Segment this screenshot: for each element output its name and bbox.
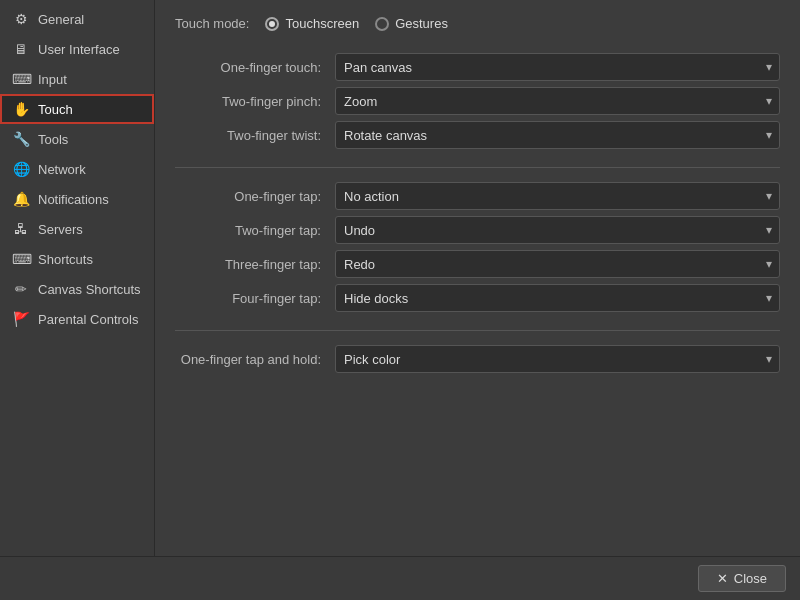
sidebar-item-label: General xyxy=(38,12,84,27)
touchscreen-radio-option[interactable]: Touchscreen xyxy=(265,16,359,31)
one-finger-hold-row: One-finger tap and hold: Pick color xyxy=(175,345,780,373)
gestures-radio-button[interactable] xyxy=(375,17,389,31)
main-layout: ⚙ General 🖥 User Interface ⌨ Input ✋ Tou… xyxy=(0,0,800,556)
sidebar-item-general[interactable]: ⚙ General xyxy=(0,4,154,34)
user-interface-icon: 🖥 xyxy=(12,41,30,57)
notifications-icon: 🔔 xyxy=(12,191,30,207)
sidebar-item-label: Parental Controls xyxy=(38,312,138,327)
one-finger-touch-label: One-finger touch: xyxy=(175,60,335,75)
sidebar-item-canvas-shortcuts[interactable]: ✏ Canvas Shortcuts xyxy=(0,274,154,304)
sidebar-item-label: Canvas Shortcuts xyxy=(38,282,141,297)
touch-icon: ✋ xyxy=(12,101,30,117)
four-finger-tap-select-wrapper: Hide docks xyxy=(335,284,780,312)
sidebar-item-label: Servers xyxy=(38,222,83,237)
divider-1 xyxy=(175,167,780,168)
three-finger-tap-label: Three-finger tap: xyxy=(175,257,335,272)
footer: ✕ Close xyxy=(0,556,800,600)
two-finger-twist-label: Two-finger twist: xyxy=(175,128,335,143)
canvas-shortcuts-icon: ✏ xyxy=(12,281,30,297)
sidebar-item-label: Notifications xyxy=(38,192,109,207)
two-finger-twist-select-wrapper: Rotate canvas xyxy=(335,121,780,149)
sidebar-item-label: User Interface xyxy=(38,42,120,57)
gestures-label: Gestures xyxy=(395,16,448,31)
settings-group-1: One-finger touch: Pan canvas Two-finger … xyxy=(175,53,780,149)
two-finger-twist-select[interactable]: Rotate canvas xyxy=(335,121,780,149)
touch-mode-row: Touch mode: Touchscreen Gestures xyxy=(175,16,780,31)
sidebar-item-touch[interactable]: ✋ Touch xyxy=(0,94,154,124)
one-finger-touch-select[interactable]: Pan canvas xyxy=(335,53,780,81)
four-finger-tap-row: Four-finger tap: Hide docks xyxy=(175,284,780,312)
one-finger-hold-select-wrapper: Pick color xyxy=(335,345,780,373)
sidebar: ⚙ General 🖥 User Interface ⌨ Input ✋ Tou… xyxy=(0,0,155,556)
one-finger-tap-select-wrapper: No action xyxy=(335,182,780,210)
two-finger-tap-select-wrapper: Undo xyxy=(335,216,780,244)
one-finger-tap-select[interactable]: No action xyxy=(335,182,780,210)
network-icon: 🌐 xyxy=(12,161,30,177)
two-finger-tap-label: Two-finger tap: xyxy=(175,223,335,238)
gestures-radio-option[interactable]: Gestures xyxy=(375,16,448,31)
three-finger-tap-select[interactable]: Redo xyxy=(335,250,780,278)
settings-group-2: One-finger tap: No action Two-finger tap… xyxy=(175,182,780,312)
divider-2 xyxy=(175,330,780,331)
sidebar-item-network[interactable]: 🌐 Network xyxy=(0,154,154,184)
two-finger-pinch-row: Two-finger pinch: Zoom xyxy=(175,87,780,115)
one-finger-tap-label: One-finger tap: xyxy=(175,189,335,204)
sidebar-item-servers[interactable]: 🖧 Servers xyxy=(0,214,154,244)
two-finger-pinch-select[interactable]: Zoom xyxy=(335,87,780,115)
sidebar-item-label: Network xyxy=(38,162,86,177)
sidebar-item-label: Touch xyxy=(38,102,73,117)
sidebar-item-label: Input xyxy=(38,72,67,87)
one-finger-tap-row: One-finger tap: No action xyxy=(175,182,780,210)
one-finger-touch-row: One-finger touch: Pan canvas xyxy=(175,53,780,81)
input-icon: ⌨ xyxy=(12,71,30,87)
touchscreen-radio-button[interactable] xyxy=(265,17,279,31)
sidebar-item-shortcuts[interactable]: ⌨ Shortcuts xyxy=(0,244,154,274)
close-icon: ✕ xyxy=(717,571,728,586)
one-finger-hold-label: One-finger tap and hold: xyxy=(175,352,335,367)
sidebar-item-label: Tools xyxy=(38,132,68,147)
sidebar-item-tools[interactable]: 🔧 Tools xyxy=(0,124,154,154)
touchscreen-label: Touchscreen xyxy=(285,16,359,31)
one-finger-hold-select[interactable]: Pick color xyxy=(335,345,780,373)
settings-group-3: One-finger tap and hold: Pick color xyxy=(175,345,780,373)
two-finger-pinch-label: Two-finger pinch: xyxy=(175,94,335,109)
sidebar-item-notifications[interactable]: 🔔 Notifications xyxy=(0,184,154,214)
sidebar-item-input[interactable]: ⌨ Input xyxy=(0,64,154,94)
two-finger-pinch-select-wrapper: Zoom xyxy=(335,87,780,115)
tools-icon: 🔧 xyxy=(12,131,30,147)
content-area: Touch mode: Touchscreen Gestures One-fin… xyxy=(155,0,800,556)
close-label: Close xyxy=(734,571,767,586)
three-finger-tap-row: Three-finger tap: Redo xyxy=(175,250,780,278)
touch-mode-label: Touch mode: xyxy=(175,16,249,31)
one-finger-touch-select-wrapper: Pan canvas xyxy=(335,53,780,81)
parental-controls-icon: 🚩 xyxy=(12,311,30,327)
sidebar-item-user-interface[interactable]: 🖥 User Interface xyxy=(0,34,154,64)
four-finger-tap-select[interactable]: Hide docks xyxy=(335,284,780,312)
sidebar-item-parental-controls[interactable]: 🚩 Parental Controls xyxy=(0,304,154,334)
three-finger-tap-select-wrapper: Redo xyxy=(335,250,780,278)
four-finger-tap-label: Four-finger tap: xyxy=(175,291,335,306)
sidebar-item-label: Shortcuts xyxy=(38,252,93,267)
shortcuts-icon: ⌨ xyxy=(12,251,30,267)
two-finger-twist-row: Two-finger twist: Rotate canvas xyxy=(175,121,780,149)
general-icon: ⚙ xyxy=(12,11,30,27)
servers-icon: 🖧 xyxy=(12,221,30,237)
two-finger-tap-row: Two-finger tap: Undo xyxy=(175,216,780,244)
two-finger-tap-select[interactable]: Undo xyxy=(335,216,780,244)
close-button[interactable]: ✕ Close xyxy=(698,565,786,592)
